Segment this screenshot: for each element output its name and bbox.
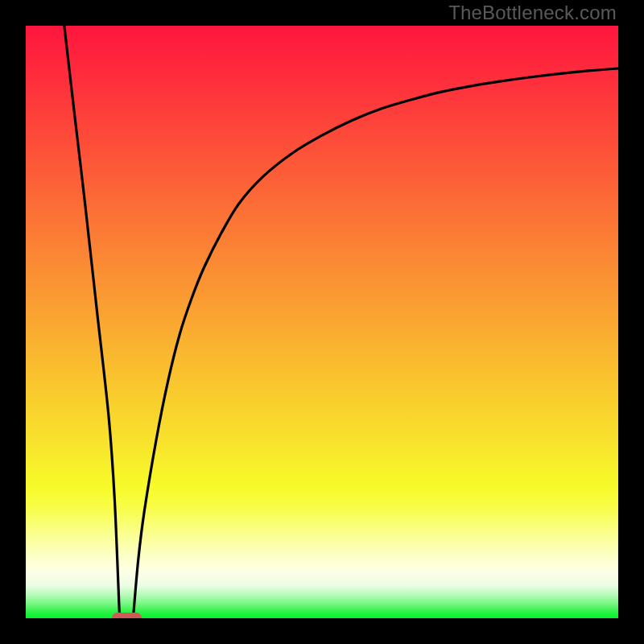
- plot-area: [26, 26, 618, 618]
- watermark-text: TheBottleneck.com: [448, 2, 617, 24]
- bottleneck-marker: [112, 613, 142, 618]
- frame: TheBottleneck.com: [0, 0, 644, 644]
- bottleneck-curve: [26, 26, 618, 618]
